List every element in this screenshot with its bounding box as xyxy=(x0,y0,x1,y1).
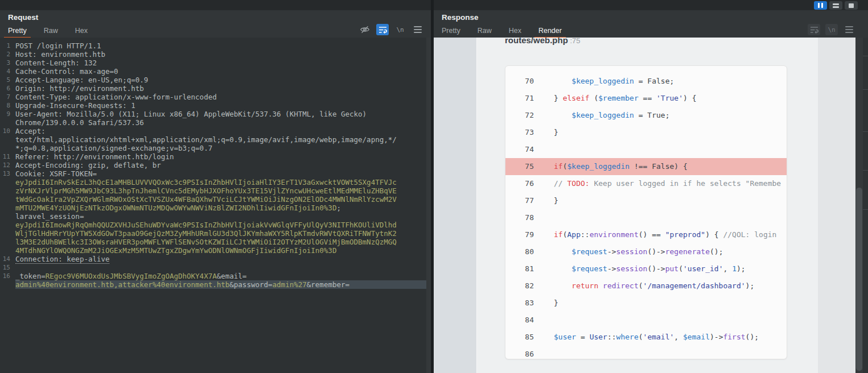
code-line-number: 80 xyxy=(505,243,534,260)
request-line-text: 4MTdhNGYlOWQONGZmM2JiOGExMzM5MTUwZTgxZDg… xyxy=(15,246,431,255)
code-line-number: 77 xyxy=(505,192,534,209)
line-number: 4 xyxy=(0,67,10,76)
hide-icon[interactable] xyxy=(359,24,371,35)
newline-icon[interactable]: \n xyxy=(825,24,838,35)
single-layout-button[interactable] xyxy=(845,1,858,10)
code-line-text: } elseif ($remember == 'True') { xyxy=(554,90,697,107)
code-line: 70 $keep_loggedin = False; xyxy=(505,73,787,90)
code-line-text: } xyxy=(554,124,558,141)
code-line-text: $keep_loggedin = True; xyxy=(554,107,670,124)
columns-layout-button[interactable] xyxy=(814,1,827,10)
line-number xyxy=(0,221,10,229)
render-right-margin xyxy=(818,38,855,373)
request-line-text: admin%40environment.htb,attacker%40envir… xyxy=(15,280,431,289)
request-line: 4MTdhNGYlOWQONGZmM2JiOGExMzM5MTUwZTgxZDg… xyxy=(0,246,431,255)
request-tab-raw[interactable]: Raw xyxy=(40,25,62,38)
response-scrollbar-thumb[interactable] xyxy=(856,188,862,371)
request-line: eyJpdiI6InRvSkEzL3hQcE1aMHBLUVVVQOxWc3c9… xyxy=(0,178,431,186)
line-number: 7 xyxy=(0,93,10,101)
code-line-text: $keep_loggedin = False; xyxy=(554,73,674,90)
request-line-text: mMTU2MWE4YzUONjEzNTkzODgxOWNmNTUzMDQwOWY… xyxy=(15,204,431,212)
request-line: 1POST /login HTTP/1.1 xyxy=(0,42,431,50)
line-number xyxy=(0,212,10,221)
code-line-number: 86 xyxy=(505,346,534,359)
request-line-text: text/html,application/xhtml+xml,applicat… xyxy=(15,135,431,144)
menu-icon[interactable] xyxy=(843,24,855,35)
request-tab-pretty[interactable]: Pretty xyxy=(4,25,31,38)
rows-layout-button[interactable] xyxy=(829,1,842,10)
code-line-text: } xyxy=(554,295,558,312)
request-line-text: _token=REgoc9V6MUOxdUsJMbSBVygImoZgOAgDh… xyxy=(15,272,431,280)
request-line: 10Accept: xyxy=(0,127,431,135)
response-render-view: routes/web.php :75 70 $keep_loggedin = F… xyxy=(434,38,855,373)
request-line: laravel_session= xyxy=(0,212,431,221)
code-line-number: 75 xyxy=(505,158,534,175)
request-line-text: Cache-Control: max-age=0 xyxy=(15,67,431,76)
source-file-line-ref: :75 xyxy=(568,38,581,45)
response-tab-hex[interactable]: Hex xyxy=(505,25,525,38)
response-tab-pretty[interactable]: Pretty xyxy=(438,25,464,38)
request-line: 7Content-Type: application/x-www-form-ur… xyxy=(0,93,431,101)
source-file-heading: routes/web.php :75 xyxy=(505,38,581,45)
rows-layout-icon xyxy=(833,3,839,8)
line-number xyxy=(0,186,10,195)
line-number: 3 xyxy=(0,59,10,67)
request-line: WljTGlHdHRrYUpYTW5XdGOwT3paaO9GejQzM3ZyM… xyxy=(0,229,431,238)
wrap-icon[interactable] xyxy=(808,24,820,35)
code-line-text: } xyxy=(554,192,558,209)
request-line: *;q=0.8,application/signed-exchange;v=b3… xyxy=(0,144,431,152)
code-snippet-card: 70 $keep_loggedin = False;71} elseif ($r… xyxy=(505,65,787,359)
code-line: 81 $request->session()->put('user_id', 1… xyxy=(505,260,787,277)
request-line-text xyxy=(15,263,431,272)
request-line: admin%40environment.htb,attacker%40envir… xyxy=(0,280,431,289)
response-tab-bar: Pretty Raw Hex Render xyxy=(434,25,868,38)
request-editor[interactable]: 1POST /login HTTP/1.12Host: environment.… xyxy=(0,38,431,373)
line-number: 1 xyxy=(0,42,10,50)
rail-separator xyxy=(863,170,868,171)
newline-icon[interactable]: \n xyxy=(394,24,406,35)
code-line-number: 82 xyxy=(505,277,534,295)
response-scrollbar[interactable] xyxy=(855,38,863,373)
request-tab-hex[interactable]: Hex xyxy=(71,25,92,38)
request-line-text: l3M3E2dUhBWElkc3I3OWsraHVER3poMWFLYWFlSE… xyxy=(15,238,431,246)
line-number xyxy=(0,246,10,255)
code-line: 77} xyxy=(505,192,787,209)
rail-separator xyxy=(863,89,868,90)
line-number: 11 xyxy=(0,152,10,161)
collapsed-inspector-rail[interactable] xyxy=(863,38,868,373)
request-scrollbar[interactable] xyxy=(426,38,431,373)
code-line-number: 81 xyxy=(505,260,534,277)
code-line: 71} elseif ($remember == 'True') { xyxy=(505,90,787,107)
wrap-icon[interactable] xyxy=(376,24,389,35)
code-line-number: 71 xyxy=(505,90,534,107)
request-line-text: Content-Type: application/x-www-form-url… xyxy=(15,93,431,101)
layout-button-group xyxy=(814,1,858,10)
response-tab-render[interactable]: Render xyxy=(534,25,566,38)
menu-icon[interactable] xyxy=(412,24,424,35)
code-line: 82 return redirect('/management/dashboar… xyxy=(505,277,787,295)
code-line-text: $request->session()->regenerate(); xyxy=(554,243,723,260)
code-line-text: if($keep_loggedin !== False) { xyxy=(554,158,688,175)
code-line-number: 83 xyxy=(505,295,534,312)
line-number xyxy=(0,178,10,186)
request-line: 14Connection: keep-alive xyxy=(0,255,431,263)
response-tab-raw[interactable]: Raw xyxy=(474,25,496,38)
request-line: zVrNXJrVlprMGh5MW9JbC93L3hpTnJhemlCVnc5d… xyxy=(0,186,431,195)
code-line-number: 74 xyxy=(505,141,534,158)
line-number: 15 xyxy=(0,263,10,272)
line-number: 2 xyxy=(0,50,10,59)
request-line: tWdGcOakIra2VpZXQrWGlmRWOxOStXcTVSZUx4WF… xyxy=(0,195,431,204)
request-panel-title: Request xyxy=(8,13,38,22)
code-line-number: 84 xyxy=(505,312,534,329)
request-line-text: Cookie: XSRF-TOKEN= xyxy=(15,169,431,178)
line-number: 9 xyxy=(0,110,10,118)
request-line-text: Accept-Encoding: gzip, deflate, br xyxy=(15,161,431,169)
request-line: 4Cache-Control: max-age=0 xyxy=(0,67,431,76)
request-line: eyJpdiI6ImowRjRqQmhQQUZXVHJuSEhuWDYvaWc9… xyxy=(0,221,431,229)
code-line: 85$user = User::where('email', $email)->… xyxy=(505,329,787,346)
request-line: text/html,application/xhtml+xml,applicat… xyxy=(0,135,431,144)
rail-separator xyxy=(863,56,868,56)
line-number: 5 xyxy=(0,76,10,84)
request-line-text: *;q=0.8,application/signed-exchange;v=b3… xyxy=(15,144,431,152)
code-line: 83} xyxy=(505,295,787,312)
